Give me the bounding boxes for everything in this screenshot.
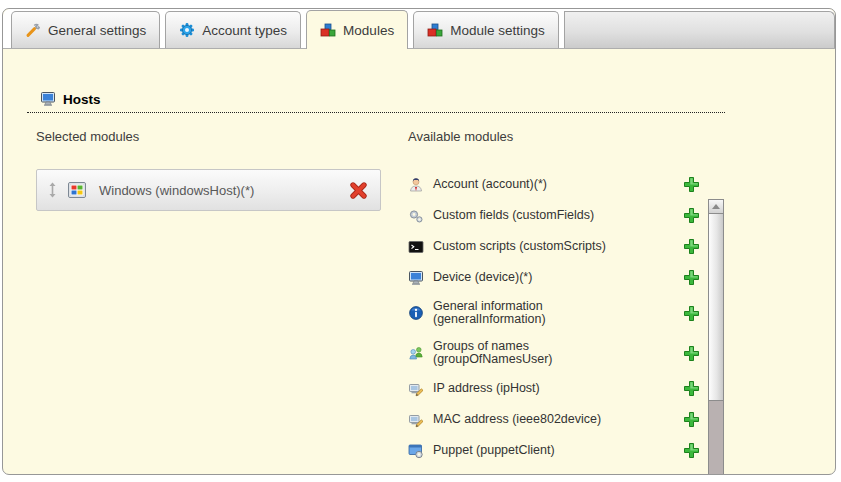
settings-panel: General settings Account types [2, 8, 836, 475]
module-label: Puppet (puppetClient) [433, 444, 555, 457]
add-module-button[interactable] [683, 176, 700, 193]
available-modules-list: Account (account)(*) [408, 169, 724, 465]
section-heading: Hosts [27, 91, 725, 113]
list-item: Account (account)(*) [408, 169, 700, 200]
add-module-button[interactable] [683, 305, 700, 322]
module-label: MAC address (ieee802device) [433, 413, 601, 426]
drag-handle-icon[interactable] [48, 182, 57, 198]
list-item: Custom scripts (customScripts) [408, 231, 700, 262]
gears-icon [408, 208, 424, 224]
add-module-button[interactable] [683, 238, 700, 255]
list-item: Custom fields (customFields) [408, 200, 700, 231]
monitor-icon [408, 270, 424, 286]
arrow-up-icon [712, 204, 720, 209]
modules-icon [427, 22, 443, 38]
tab-label: General settings [48, 23, 146, 38]
tab-module-settings[interactable]: Module settings [413, 11, 559, 48]
list-item: Device (device)(*) [408, 262, 700, 293]
selected-modules-header: Selected modules [36, 129, 381, 144]
modules-icon [320, 22, 336, 38]
info-icon [408, 305, 424, 321]
windows-icon [68, 182, 86, 198]
available-modules-column: Available modules [408, 129, 724, 465]
workstation-pencil-icon [408, 412, 424, 428]
remove-module-button[interactable] [349, 181, 368, 200]
list-item: Groups of names (groupOfNamesUser) [408, 333, 700, 373]
module-label: Account (account)(*) [433, 178, 547, 191]
section-title: Hosts [63, 92, 101, 107]
add-module-button[interactable] [683, 207, 700, 224]
add-module-button[interactable] [683, 345, 700, 362]
tab-label: Modules [343, 23, 394, 38]
module-columns: Selected modules [36, 129, 835, 465]
account-icon [408, 177, 424, 193]
list-item: IP address (ipHost) [408, 373, 700, 404]
monitor-icon [40, 91, 56, 107]
modules-content: Hosts Selected modules [3, 49, 835, 465]
module-label: General information (generalInformation) [433, 300, 546, 326]
add-module-button[interactable] [683, 442, 700, 459]
add-module-button[interactable] [683, 411, 700, 428]
module-label: Groups of names (groupOfNamesUser) [433, 340, 552, 366]
gear-icon [179, 22, 195, 38]
list-item: Puppet (puppetClient) [408, 435, 700, 465]
scrollbar-thumb[interactable] [708, 214, 724, 401]
workstation-pencil-icon [408, 381, 424, 397]
selected-module-label: Windows (windowsHost)(*) [99, 183, 254, 198]
tab-bar-filler [564, 11, 835, 48]
add-module-button[interactable] [683, 380, 700, 397]
scroll-up-button[interactable] [708, 199, 724, 214]
module-label: Device (device)(*) [433, 271, 532, 284]
selected-modules-column: Selected modules [36, 129, 381, 465]
tab-modules[interactable]: Modules [306, 10, 408, 49]
module-label: Custom fields (customFields) [433, 209, 594, 222]
window-gear-icon [408, 443, 424, 459]
module-label: IP address (ipHost) [433, 382, 540, 395]
available-modules-header: Available modules [408, 129, 724, 144]
tab-label: Account types [202, 23, 287, 38]
list-item: General information (generalInformation) [408, 293, 700, 333]
tab-bar: General settings Account types [3, 9, 835, 49]
add-module-button[interactable] [683, 269, 700, 286]
tab-label: Module settings [450, 23, 545, 38]
wrench-icon [25, 22, 41, 38]
scrollbar[interactable] [708, 199, 724, 475]
groups-icon [408, 345, 424, 361]
terminal-icon [408, 239, 424, 255]
module-label: Custom scripts (customScripts) [433, 240, 606, 253]
list-item: MAC address (ieee802device) [408, 404, 700, 435]
selected-module-row: Windows (windowsHost)(*) [36, 169, 381, 211]
tab-general-settings[interactable]: General settings [11, 11, 160, 48]
tab-account-types[interactable]: Account types [165, 11, 301, 48]
scrollbar-track[interactable] [708, 401, 724, 475]
